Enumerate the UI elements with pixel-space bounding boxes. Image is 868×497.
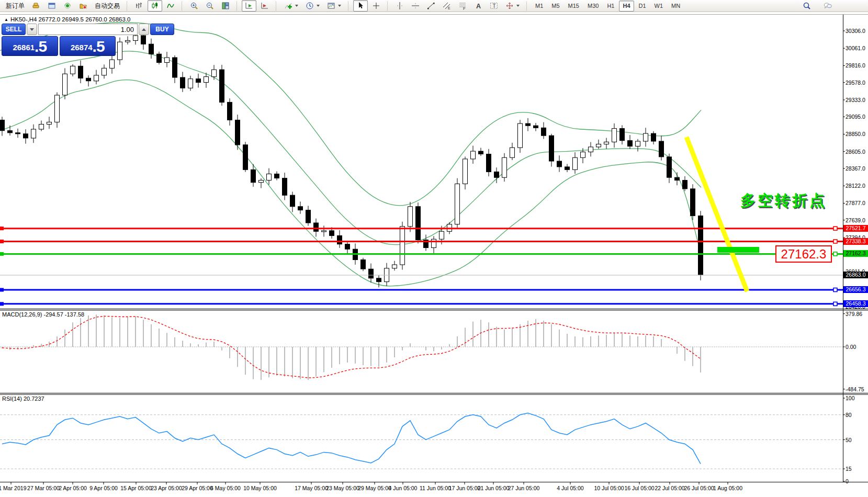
vertical-line-icon[interactable] [392, 0, 407, 12]
time-axis-label: 27 Jun 05:00 [508, 485, 540, 491]
timeframe-button-h1[interactable]: H1 [603, 1, 618, 12]
indicators-icon[interactable] [281, 0, 301, 12]
periods-icon [306, 2, 314, 10]
time-axis-label: 26 Jul 05:00 [684, 485, 714, 491]
price-tick-label: 30061.0 [846, 45, 868, 51]
line-handle[interactable] [833, 227, 837, 230]
volume-decrease-button[interactable] [27, 24, 37, 35]
level-price-label: 26656.3 [843, 286, 868, 293]
one-click-trade-panel: SELL BUY 26861.5 26874.5 [2, 24, 116, 56]
timeframe-button-m15[interactable]: M15 [565, 1, 583, 12]
toolbar-separator [348, 2, 350, 10]
time-axis-label: 16 Jul 05:00 [624, 485, 654, 491]
line-handle[interactable] [833, 252, 837, 256]
horizontal-line-icon[interactable] [408, 0, 423, 12]
tile-windows-icon[interactable] [218, 0, 233, 12]
time-axis-label: 9 Apr 05:00 [89, 485, 118, 491]
timeframe-button-m5[interactable]: M5 [548, 1, 563, 12]
fibonacci-icon[interactable]: F [455, 0, 470, 12]
trend-arrow-line[interactable] [686, 137, 747, 291]
svg-text:E: E [448, 6, 450, 10]
sell-button[interactable]: SELL [2, 24, 26, 35]
templates-icon [327, 2, 335, 10]
rsi-tick-label: 15 [846, 466, 868, 472]
new-order-button[interactable]: 新订单 [3, 0, 28, 12]
timeframe-button-mn[interactable]: MN [668, 1, 684, 12]
collapse-panel-icon[interactable]: ▲ [4, 17, 8, 22]
zoom-in-icon[interactable] [187, 0, 201, 12]
time-axis-label: 4 Jun 05:00 [389, 485, 418, 491]
bollinger-middle-band [0, 51, 701, 245]
market-watch-icon[interactable] [29, 0, 43, 12]
crosshair-icon [372, 2, 380, 10]
auto-scroll-icon [245, 2, 253, 10]
chart-title: ▲HK50-,H4 26772.0 26949.5 26760.0 26863.… [4, 16, 130, 22]
arrows-icon [505, 2, 514, 10]
time-axis-label: 2 Apr 05:00 [59, 485, 87, 491]
time-axis-label: 4 Jul 05:00 [557, 485, 583, 491]
line-handle[interactable] [0, 240, 4, 243]
toolbar-separator [127, 2, 129, 10]
search-icon[interactable] [799, 0, 814, 12]
line-handle[interactable] [833, 288, 837, 292]
line-handle[interactable] [0, 252, 4, 256]
price-tick-label: 29816.0 [846, 62, 868, 69]
chat-icon[interactable] [820, 0, 835, 12]
volume-input[interactable] [38, 24, 138, 35]
rsi-tick-label: 100 [846, 395, 868, 401]
timeframe-button-w1[interactable]: W1 [651, 1, 667, 12]
text-label-icon[interactable]: T [487, 0, 501, 12]
zoom-out-icon [206, 2, 214, 10]
line-handle[interactable] [0, 302, 4, 306]
volume-increase-button[interactable] [139, 24, 149, 35]
data-window-icon[interactable] [44, 0, 59, 12]
line-handle[interactable] [833, 240, 837, 243]
line-handle[interactable] [0, 288, 4, 292]
svg-text:F: F [463, 6, 466, 10]
trendline-icon[interactable] [424, 0, 438, 12]
time-axis-label: 10 May 05:00 [243, 485, 277, 491]
candles [0, 30, 703, 287]
templates-icon[interactable] [324, 0, 344, 12]
timeframe-button-d1[interactable]: D1 [635, 1, 650, 12]
data-window-icon [48, 2, 56, 10]
rsi-line [2, 413, 701, 464]
bar-chart-icon[interactable] [132, 0, 146, 12]
timeframe-button-h4[interactable]: H4 [619, 1, 634, 12]
signals-icon[interactable] [60, 0, 75, 12]
horizontal-line-icon [411, 2, 420, 10]
support-highlight-bar[interactable] [717, 247, 759, 253]
price-tick-label: 27877.0 [846, 200, 868, 206]
buy-button[interactable]: BUY [150, 24, 174, 35]
turning-point-annotation[interactable]: 多空转折点 [740, 190, 827, 211]
candlestick-chart-icon[interactable] [148, 0, 162, 12]
buy-price-panel[interactable]: 26874.5 [60, 36, 116, 56]
cursor-icon[interactable] [353, 0, 368, 12]
auto-scroll-icon[interactable] [242, 0, 256, 12]
zoom-out-icon[interactable] [202, 0, 217, 12]
history-center-icon[interactable] [76, 0, 91, 12]
timeframe-button-m1[interactable]: M1 [532, 1, 547, 12]
equidistant-channel-icon[interactable]: E [439, 0, 454, 12]
periods-icon[interactable] [302, 0, 323, 12]
dropdown-caret-icon [516, 5, 520, 7]
sell-price-panel[interactable]: 26861.5 [2, 36, 58, 56]
sell-price-dec: .5 [35, 39, 47, 54]
line-handle[interactable] [0, 227, 4, 230]
toolbar: 新订单自动交易EFATM1M5M15M30H1H4D1W1MN [0, 0, 868, 12]
arrows-icon[interactable] [502, 0, 523, 12]
line-chart-icon[interactable] [163, 0, 178, 12]
candlestick-chart-icon [151, 2, 159, 10]
toolbar-separator [526, 2, 528, 10]
line-handle[interactable] [833, 302, 837, 306]
sell-price-int: 26861 [13, 41, 35, 54]
crosshair-icon[interactable] [369, 0, 384, 12]
bar-chart-icon [135, 2, 143, 10]
level-price-label: 27521.7 [843, 225, 868, 232]
auto-trading-button[interactable]: 自动交易 [92, 0, 123, 12]
text-icon[interactable]: A [471, 0, 486, 12]
chart-shift-icon[interactable] [257, 0, 272, 12]
price-callout-box[interactable]: 27162.3 [775, 245, 832, 263]
timeframe-button-m30[interactable]: M30 [584, 1, 602, 12]
time-axis-label: 17 May 05:00 [295, 485, 328, 491]
